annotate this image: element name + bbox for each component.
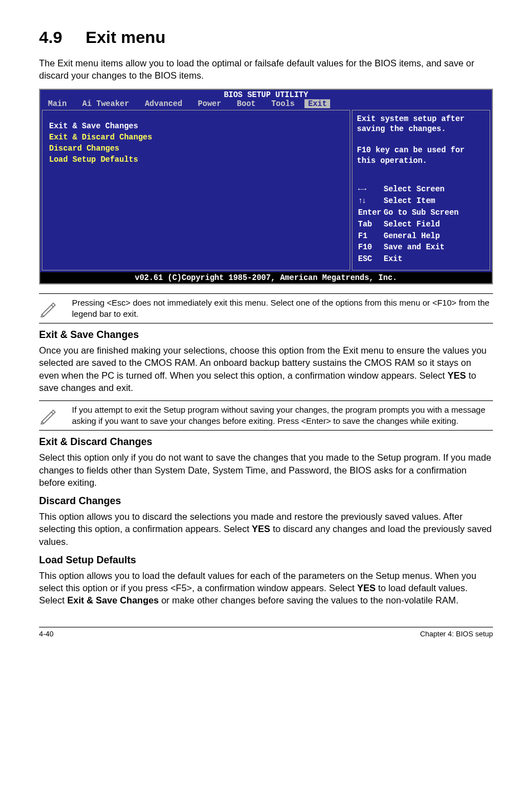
para-load-defaults: This option allows you to load the defau… — [39, 569, 493, 607]
heading-exit-save: Exit & Save Changes — [39, 329, 493, 341]
heading-exit-discard: Exit & Discard Changes — [39, 436, 493, 448]
para-exit-discard: Select this option only if you do not wa… — [39, 451, 493, 489]
key-tab: Tab — [358, 219, 383, 230]
note-esc-text: Pressing <Esc> does not immediately exit… — [70, 297, 493, 319]
note-save-prompt: If you attempt to exit the Setup program… — [39, 400, 493, 431]
key-select-field: Select Field — [384, 219, 460, 230]
bios-help-text: Exit system setup after saving the chang… — [357, 114, 485, 166]
section-title-text: Exit menu — [85, 28, 165, 46]
load-yes: YES — [357, 583, 375, 593]
bios-menu-advanced: Advanced — [137, 99, 190, 108]
key-sub-screen: Go to Sub Screen — [384, 207, 460, 218]
key-f10: F10 — [358, 242, 383, 253]
section-number: 4.9 — [39, 28, 62, 46]
para-exit-save: Once you are finished making your select… — [39, 344, 493, 394]
section-heading: 4.9 Exit menu — [39, 28, 493, 47]
discard-yes: YES — [252, 524, 270, 534]
key-save-exit: Save and Exit — [384, 242, 460, 253]
bios-title: BIOS SETUP UTILITY — [40, 90, 492, 99]
bios-menu-main: Main — [40, 99, 75, 108]
bios-screenshot: BIOS SETUP UTILITY Main Ai Tweaker Advan… — [39, 89, 493, 285]
pencil-icon — [39, 297, 70, 320]
para-discard: This option allows you to discard the se… — [39, 510, 493, 548]
bios-left-pane: Exit & Save Changes Exit & Discard Chang… — [42, 110, 350, 271]
heading-discard: Discard Changes — [39, 495, 493, 507]
bios-menu-ai-tweaker: Ai Tweaker — [75, 99, 137, 108]
bios-menu-boot: Boot — [229, 99, 264, 108]
page-footer: 4-40 Chapter 4: BIOS setup — [39, 627, 493, 638]
key-select-screen: Select Screen — [384, 184, 460, 195]
intro-paragraph: The Exit menu items allow you to load th… — [39, 57, 493, 82]
bios-item-exit-discard: Exit & Discard Changes — [49, 132, 344, 143]
bios-menu-tools: Tools — [263, 99, 302, 108]
key-esc: ESC — [358, 254, 383, 264]
bios-item-discard: Discard Changes — [49, 143, 344, 154]
key-enter: Enter — [358, 207, 383, 218]
bios-menubar: Main Ai Tweaker Advanced Power Boot Tool… — [40, 99, 492, 110]
page-number: 4-40 — [39, 630, 54, 638]
bios-item-exit-save: Exit & Save Changes — [49, 120, 344, 132]
key-general-help: General Help — [384, 231, 460, 241]
heading-load-defaults: Load Setup Defaults — [39, 554, 493, 566]
note-save-prompt-text: If you attempt to exit the Setup program… — [70, 404, 493, 426]
key-select-item: Select Item — [384, 196, 460, 206]
key-f1: F1 — [358, 231, 383, 241]
chapter-label: Chapter 4: BIOS setup — [420, 630, 493, 638]
load-exit-save: Exit & Save Changes — [67, 595, 158, 605]
bios-menu-power: Power — [190, 99, 229, 108]
key-exit: Exit — [384, 254, 460, 264]
arrows-lr-icon: ←→ — [358, 184, 365, 195]
bios-key-legend: ←→Select Screen ↑↓Select Item EnterGo to… — [357, 183, 485, 265]
bios-menu-exit: Exit — [304, 99, 330, 108]
bios-footer: v02.61 (C)Copyright 1985-2007, American … — [40, 272, 492, 283]
exit-save-yes: YES — [448, 370, 466, 380]
pencil-icon — [39, 404, 70, 427]
arrows-ud-icon: ↑↓ — [358, 196, 365, 206]
load-post: or make other changes before saving the … — [159, 595, 458, 605]
bios-item-load-defaults: Load Setup Defaults — [49, 154, 344, 165]
exit-save-pre: Once you are finished making your select… — [39, 345, 487, 380]
bios-right-pane: Exit system setup after saving the chang… — [352, 110, 490, 271]
note-esc: Pressing <Esc> does not immediately exit… — [39, 293, 493, 323]
